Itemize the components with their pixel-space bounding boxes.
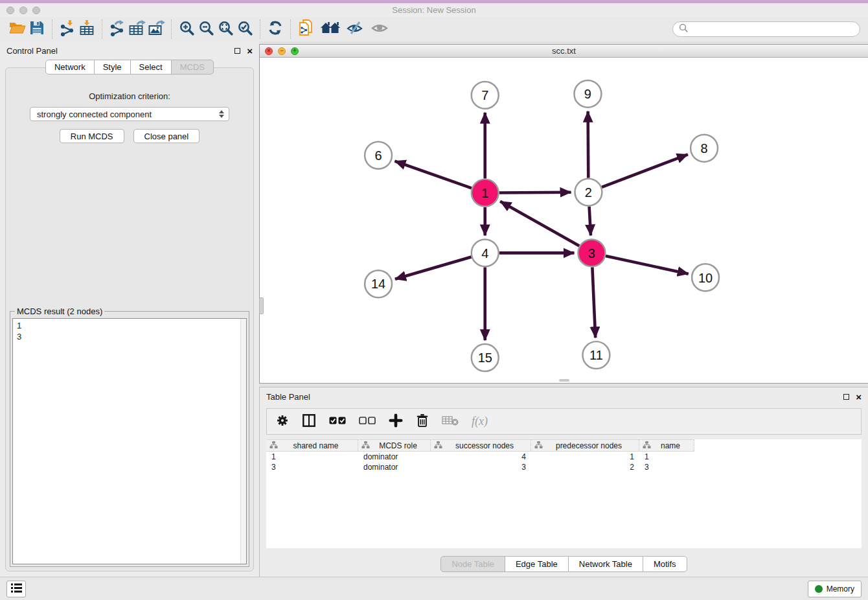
tab-node-table[interactable]: Node Table [440, 556, 505, 572]
network-zoom-button[interactable]: + [291, 47, 299, 55]
function-builder-button[interactable]: f(x) [472, 415, 488, 428]
delete-table-button[interactable] [442, 415, 459, 429]
mcds-result-line: 3 [13, 331, 246, 342]
search-input[interactable] [689, 25, 854, 34]
save-floppy-icon [29, 20, 45, 38]
column-header-shared-name[interactable]: shared name [266, 440, 358, 451]
tab-style[interactable]: Style [94, 60, 131, 75]
fx-icon: f(x) [472, 415, 488, 428]
duplicate-network-button[interactable] [296, 19, 315, 39]
graph-edge-3-10[interactable] [606, 256, 689, 274]
network-canvas[interactable]: 7968124314101511 [260, 58, 868, 383]
export-image-button[interactable] [146, 19, 166, 39]
node-table[interactable]: shared nameMCDS rolesuccessor nodesprede… [266, 439, 862, 548]
export-network-icon [109, 19, 126, 39]
table-panel-title: Table Panel [266, 392, 310, 402]
tab-network[interactable]: Network [45, 60, 95, 75]
sort-hierarchy-icon [266, 441, 278, 451]
delete-columns-button[interactable] [416, 413, 429, 430]
tab-edge-table[interactable]: Edge Table [505, 556, 569, 572]
canvas-left-scroll-handle[interactable] [259, 297, 264, 314]
home-button[interactable] [321, 19, 340, 39]
export-network-button[interactable] [108, 19, 127, 39]
table-row[interactable]: 3dominator323 [266, 462, 862, 472]
table-cell: 1 [531, 452, 639, 461]
graph-edge-2-3[interactable] [589, 207, 591, 236]
graph-edge-3-1[interactable] [500, 202, 579, 246]
column-header-predecessor-nodes[interactable]: predecessor nodes [531, 440, 639, 451]
memory-label: Memory [827, 584, 854, 594]
tab-select[interactable]: Select [130, 60, 172, 75]
refresh-icon [267, 19, 284, 39]
tab-motifs[interactable]: Motifs [643, 556, 687, 572]
column-header-successor-nodes[interactable]: successor nodes [431, 440, 531, 451]
eye-slash-icon [346, 20, 364, 38]
main-titlebar: Session: New Session [0, 3, 868, 17]
apply-layout-button[interactable] [266, 19, 285, 39]
graph-node-label: 14 [371, 277, 385, 291]
minimize-window-button[interactable] [19, 6, 27, 14]
table-header-row: shared nameMCDS rolesuccessor nodesprede… [266, 439, 694, 452]
close-panel-button[interactable]: Close panel [133, 129, 200, 143]
tab-mcds[interactable]: MCDS [171, 60, 214, 75]
zoom-out-icon [198, 20, 214, 39]
graph-edge-1-6[interactable] [394, 161, 472, 189]
workspace: Control Panel × NetworkStyleSelectMCDS O… [0, 41, 868, 577]
graph-node-label: 11 [589, 348, 603, 362]
criterion-select[interactable]: strongly connected component [30, 107, 229, 121]
close-window-button[interactable] [6, 6, 14, 14]
import-table-button[interactable] [77, 19, 97, 39]
tab-network-table[interactable]: Network Table [568, 556, 643, 572]
mcds-result-list[interactable]: 13 [12, 318, 247, 564]
zoom-window-button[interactable] [32, 6, 40, 14]
sort-hierarchy-icon [639, 441, 651, 451]
home-icon [320, 20, 341, 38]
export-table-button[interactable] [127, 19, 146, 39]
create-column-button[interactable] [389, 413, 403, 430]
network-close-button[interactable]: × [265, 47, 273, 55]
table-row[interactable]: 1dominator411 [266, 452, 862, 462]
memory-button[interactable]: Memory [808, 581, 862, 597]
open-session-button[interactable] [8, 19, 27, 39]
sort-hierarchy-icon [431, 441, 442, 451]
import-network-button[interactable] [58, 19, 77, 39]
run-mcds-button[interactable]: Run MCDS [60, 129, 124, 143]
mcds-result-group: MCDS result (2 nodes) 13 [10, 306, 249, 567]
network-minimize-button[interactable]: − [278, 47, 286, 55]
float-panel-icon[interactable] [234, 48, 240, 54]
result-scrollbar[interactable] [240, 319, 246, 564]
graph-edge-1-2[interactable] [499, 192, 571, 193]
table-panel-header: Table Panel × [260, 387, 868, 406]
select-all-columns-button[interactable] [329, 416, 346, 428]
column-header-name[interactable]: name [639, 440, 694, 451]
control-panel-title: Control Panel [6, 46, 58, 56]
table-settings-button[interactable] [276, 414, 289, 430]
close-panel-icon[interactable]: × [856, 392, 862, 402]
zoom-fit-button[interactable] [216, 19, 235, 39]
save-session-button[interactable] [27, 19, 47, 39]
close-panel-icon[interactable]: × [247, 46, 253, 56]
graph-edge-2-9[interactable] [588, 111, 589, 178]
column-browser-button[interactable] [302, 413, 316, 430]
show-eye-button[interactable] [370, 19, 389, 39]
trash-icon [416, 413, 429, 430]
splitter-grip[interactable] [559, 379, 569, 382]
graph-edge-2-8[interactable] [602, 154, 688, 187]
main-toolbar [0, 17, 868, 41]
graph-node-label: 2 [585, 185, 592, 200]
sort-hierarchy-icon [358, 441, 370, 451]
zoom-in-button[interactable] [177, 19, 196, 39]
zoom-selected-button[interactable] [235, 19, 255, 39]
import-table-icon [78, 19, 95, 39]
zoom-out-button[interactable] [196, 19, 216, 39]
statusbar: Memory [0, 577, 868, 600]
column-header-mcds-role[interactable]: MCDS role [358, 440, 431, 451]
table-cell: 4 [431, 452, 531, 461]
toggle-visibility-button[interactable] [345, 19, 365, 39]
graph-edge-4-14[interactable] [395, 257, 472, 279]
task-history-button[interactable] [6, 581, 26, 597]
deselect-all-columns-button[interactable] [359, 416, 376, 428]
gear-icon [276, 414, 289, 430]
float-panel-icon[interactable] [843, 394, 849, 400]
graph-edge-3-11[interactable] [592, 267, 595, 338]
